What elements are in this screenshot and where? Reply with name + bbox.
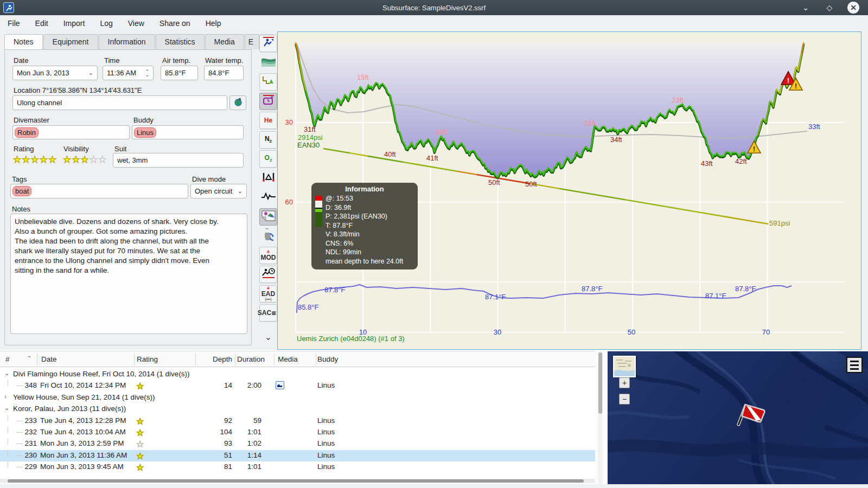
tab-equipment[interactable]: Equipment [43,34,98,49]
buddy-field[interactable]: Linus [132,125,244,139]
map-menu-button[interactable] [846,357,863,373]
oxygen-graph-toggle[interactable]: O2 [259,150,277,168]
dive-number: 233 [24,416,37,425]
mod-toggle[interactable]: +MOD [259,247,277,264]
tab-media[interactable]: Media [205,34,244,49]
location-field[interactable]: Ulong channel [12,95,227,110]
tab-notes[interactable]: Notes [4,34,43,50]
divemode-select[interactable]: Open circuit⌄ [190,184,247,198]
chevron-expanded-icon[interactable]: ⌄ [4,404,9,412]
dive-duration: 1:14 [230,451,261,459]
tab-information[interactable]: Information [99,34,155,49]
chevron-expanded-icon[interactable]: ⌄ [4,370,9,377]
media-thumbnail-icon[interactable] [276,381,284,389]
column-header-date[interactable]: Date [41,355,57,363]
dive-list-header[interactable]: #DateRatingDepthDurationMediaBuddy⌃ [0,351,595,367]
tag-chip[interactable]: boat [12,186,31,196]
star-filled-icon: ★ [137,382,144,390]
menu-import[interactable]: Import [56,17,93,30]
trip-group-row[interactable]: ⌄ Divi Flamingo House Reef, Fri Oct 10, … [0,369,595,380]
profile-info-tooltip[interactable]: Information @: 15:53D: 36.9ftP: 2,381psi… [311,183,418,269]
tags-field[interactable]: boat [10,184,188,198]
menu-edit[interactable]: Edit [28,17,56,30]
time-axis-tick: 30 [487,328,508,336]
time-field[interactable]: 11:36 AM ⌃⌄ [103,66,154,80]
ead-toggle[interactable]: +EAD(•••) [259,285,277,303]
dive-computer-toggle[interactable] [259,35,277,52]
vscroll-handle[interactable] [598,352,602,414]
divemaster-field[interactable]: Robin [12,125,130,139]
menu-view[interactable]: View [120,17,152,30]
airtemp-field[interactable]: 85.8°F [161,66,198,80]
horizontal-scrollbar[interactable] [0,479,595,483]
photos-toggle[interactable] [259,208,277,226]
map-zoom-in-button[interactable]: + [619,377,630,388]
menu-file[interactable]: File [0,17,28,30]
nitrogen-graph-toggle[interactable]: N2 [259,131,277,149]
divemaster-tag[interactable]: Robin [15,127,39,138]
heart-rate-toggle[interactable] [259,189,277,206]
dive-row-232[interactable]: 232 Tue Jun 4, 2013 10:04 AM ★★★★★ 104 1… [0,427,595,438]
notes-textarea[interactable]: Unbelievable dive. Dozens and dozens of … [10,214,247,334]
dive-profile-chart[interactable]: ! ! ! 30601030507015ft35ft31ft23ft31ft40… [277,31,861,350]
tab-statistics[interactable]: Statistics [156,34,205,49]
tissue-saturation-toggle[interactable] [259,227,277,245]
buddy-tag[interactable]: Linus [134,127,156,138]
map-overview-inset[interactable] [613,356,636,377]
hscroll-handle[interactable] [8,479,584,483]
menubar: FileEditImportLogViewShare onHelp [0,15,868,31]
column-header-media[interactable]: Media [278,355,298,363]
dive-computer-icon [262,36,275,51]
ruler-toggle[interactable] [259,170,277,187]
suit-label: Suit [114,145,126,153]
minimize-button[interactable]: ⌄ [800,2,812,14]
helium-graph-toggle[interactable]: He [259,112,277,129]
dive-site-map[interactable]: + − [608,351,868,484]
time-spinner[interactable]: ⌃⌄ [145,70,149,76]
map-location-button[interactable] [229,95,246,110]
column-header-buddy[interactable]: Buddy [317,355,338,363]
watertemp-field[interactable]: 84.8°F [204,66,244,80]
chevron-collapsed-icon[interactable]: › [4,393,7,400]
menu-log[interactable]: Log [92,17,120,30]
star-filled-icon: ★ [48,155,57,165]
suit-field[interactable]: wet, 3mm [113,153,244,168]
maximize-button[interactable]: ◇ [824,2,835,14]
vertical-scrollbar[interactable] [598,351,603,484]
column-header-rating[interactable]: Rating [137,355,158,363]
ndl-toggle[interactable] [259,266,277,283]
toolbar-collapse-button[interactable]: ⌄ [259,328,277,345]
menu-share-on[interactable]: Share on [152,17,198,30]
depth-axis-tick: 30 [277,118,293,126]
buddy-label: Buddy [133,116,154,124]
dc-reported-ceiling-toggle[interactable] [259,93,277,110]
sac-toggle[interactable]: SAC▦◔ [259,304,277,322]
dive-row-233[interactable]: 233 Tue Jun 4, 2013 12:28 PM ★★★★★ 92 59… [0,415,595,427]
dive-row-229[interactable]: 229 Mon Jun 3, 2013 9:45 AM ★★★★★ 81 1:0… [0,461,595,473]
dive-depth: 81 [201,463,232,471]
dive-depth: 93 [201,439,232,447]
date-field[interactable]: Mon Jun 3, 2013⌄ [12,66,98,80]
map-zoom-out-button[interactable]: − [619,394,630,404]
trip-label: Koror, Palau, Jun 2013 (11 dive(s)) [13,404,126,413]
divemode-label: Dive mode [192,175,226,183]
column-header-depth[interactable]: Depth [201,355,232,363]
rating-stars[interactable]: ★★★★★ [13,154,57,165]
dive-row-231[interactable]: 231 Mon Jun 3, 2013 2:59 PM ★★★★★ 93 1:0… [0,438,595,450]
dive-row-348[interactable]: 348 Fri Oct 10, 2014 12:34 PM ★★★★★ 14 2… [0,380,595,391]
calculated-ceiling-toggle[interactable] [259,73,277,91]
column-header-num[interactable]: # [5,355,10,363]
close-button[interactable]: ✕ [847,2,859,14]
waves-toggle[interactable] [259,54,277,72]
dive-row-230[interactable]: 230 Mon Jun 3, 2013 11:36 AM ★★★★★ 51 1:… [0,450,595,461]
tab-e[interactable]: E [245,34,259,49]
trip-group-row[interactable]: ⌄ Koror, Palau, Jun 2013 (11 dive(s)) [0,403,595,415]
star-filled-icon: ★ [22,155,30,165]
globe-icon [234,98,242,108]
trip-group-row[interactable]: › Yellow House, Sun Sep 21, 2014 (1 dive… [0,392,595,403]
menu-help[interactable]: Help [198,17,229,30]
column-header-duration[interactable]: Duration [237,355,265,363]
dive-flag-marker[interactable] [737,401,767,432]
dive-buddy: Linus [317,463,335,471]
visibility-stars[interactable]: ★★★★★ [63,154,107,165]
